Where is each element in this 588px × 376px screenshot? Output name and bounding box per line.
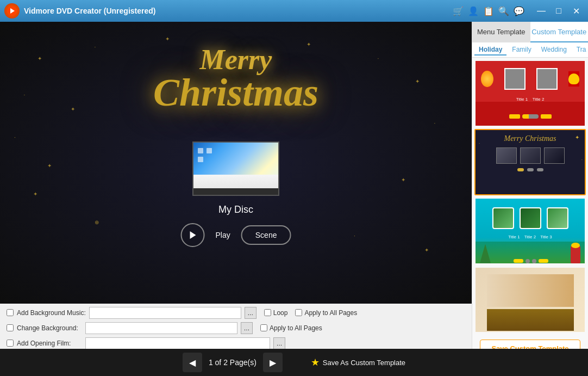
loop-label: Loop — [273, 309, 288, 317]
loop-checkbox[interactable] — [264, 309, 271, 316]
prev-page-button[interactable]: ◀ — [183, 353, 202, 372]
star-decoration: ✦ — [401, 177, 405, 183]
play-label: Play — [216, 231, 230, 239]
window-controls: — □ ✕ — [534, 5, 584, 17]
minimize-button[interactable]: — — [534, 5, 549, 17]
cat-wedding[interactable]: Wedding — [537, 45, 571, 56]
star-decoration: ✦ — [47, 163, 52, 169]
star-decoration: ✦ — [165, 36, 170, 42]
bg-music-label: Add Background Music: — [17, 309, 86, 317]
apply-all-bg-label: Apply to All Pages — [270, 324, 322, 332]
cat-holiday[interactable]: Holiday — [474, 45, 506, 56]
opening-film-row: Add Opening Film: … — [7, 337, 465, 349]
apply-all-1-group: Apply to All Pages — [295, 309, 357, 317]
star-decoration: · — [14, 134, 16, 140]
cat-travel[interactable]: Tra — [572, 45, 588, 56]
app-title: Vidmore DVD Creator (Unregistered) — [24, 7, 452, 15]
template-tabs: Menu Template Custom Template — [472, 22, 588, 42]
title-bar: Vidmore DVD Creator (Unregistered) 🛒 👤 📋… — [0, 0, 588, 22]
file-icon[interactable]: 📋 — [483, 5, 495, 17]
scene-button[interactable]: Scene — [241, 225, 291, 245]
opening-film-checkbox[interactable] — [7, 340, 14, 347]
disc-title: My Disc — [218, 204, 253, 215]
tab-custom-template[interactable]: Custom Template — [530, 22, 589, 42]
user-icon[interactable]: 👤 — [467, 5, 479, 17]
template-item-teal-christmas[interactable]: Title 1 Title 2 Title 3 — [474, 198, 586, 264]
bg-music-input[interactable] — [89, 307, 241, 319]
loop-group: Loop — [264, 309, 288, 317]
star-icon: ★ — [311, 356, 320, 368]
apply-all-2-group: Apply to All Pages — [260, 324, 322, 332]
star-decoration: ✦ — [37, 56, 42, 61]
star-decoration: ⊕ — [95, 219, 99, 225]
opening-film-browse-button[interactable]: … — [273, 337, 285, 349]
bg-music-browse-button[interactable]: … — [245, 307, 257, 319]
apply-all-bg-checkbox[interactable] — [260, 324, 267, 331]
opening-film-label: Add Opening Film: — [17, 340, 82, 347]
save-template-label: Save As Custom Template — [323, 359, 405, 367]
opening-film-input[interactable] — [85, 337, 270, 349]
template-item-red-christmas[interactable]: Title 1 Title 2 — [474, 60, 586, 127]
play-button[interactable] — [181, 223, 205, 247]
toolbar-icons: 🛒 👤 📋 🔍 💬 — [452, 5, 525, 17]
left-panel: ✦ · ✦ · ✦ · · ✦ ✦ · ✦ · ✦ ✦ ⊕ · ✦ Merry … — [0, 22, 472, 376]
apply-all-music-checkbox[interactable] — [295, 309, 302, 316]
category-tabs: Holiday Family Wedding Tra ► — [472, 42, 588, 58]
next-page-button[interactable]: ▶ — [263, 353, 283, 372]
star-decoration: · — [377, 56, 379, 61]
change-bg-row: Change Background: … Apply to All Pages — [7, 322, 465, 334]
apply-all-music-label: Apply to All Pages — [304, 309, 357, 317]
template-item-christmas-night[interactable]: Merry Christmas ✦ · · — [474, 129, 586, 196]
disc-thumbnail[interactable] — [192, 141, 279, 196]
star-decoration: · — [434, 120, 436, 126]
template-grid: Title 1 Title 2 — [472, 58, 588, 335]
save-as-custom-template-button[interactable]: ★ Save As Custom Template — [311, 356, 405, 368]
chat-icon[interactable]: 💬 — [513, 5, 525, 17]
star-decoration: ✦ — [33, 191, 37, 197]
star-decoration: · — [23, 92, 25, 98]
preview-canvas: ✦ · ✦ · ✦ · · ✦ ✦ · ✦ · ✦ ✦ ⊕ · ✦ Merry … — [0, 22, 472, 304]
svg-marker-2 — [190, 231, 196, 239]
tab-menu-template[interactable]: Menu Template — [472, 22, 530, 42]
christmas-text: Christmas — [153, 70, 318, 115]
maximize-button[interactable]: □ — [551, 5, 566, 17]
right-panel: Menu Template Custom Template Holiday Fa… — [472, 22, 588, 376]
star-decoration: ✦ — [71, 106, 75, 112]
bg-music-row: Add Background Music: … Loop Apply to Al… — [7, 307, 465, 319]
star-decoration: ✦ — [415, 78, 420, 84]
preview-nav-bar: ◀ 1 of 2 Page(s) ▶ ★ Save As Custom Temp… — [0, 349, 588, 376]
app-logo — [4, 3, 20, 19]
template-item-4[interactable] — [474, 267, 586, 334]
settings-panel: Add Background Music: … Loop Apply to Al… — [0, 304, 472, 353]
christmas-heading: Merry Christmas — [153, 44, 318, 115]
change-bg-label: Change Background: — [17, 324, 82, 332]
main-container: ✦ · ✦ · ✦ · · ✦ ✦ · ✦ · ✦ ✦ ⊕ · ✦ Merry … — [0, 22, 588, 376]
search-icon[interactable]: 🔍 — [498, 5, 510, 17]
cart-icon[interactable]: 🛒 — [452, 5, 464, 17]
change-bg-input[interactable] — [85, 322, 237, 334]
cat-family[interactable]: Family — [508, 45, 535, 56]
bg-music-checkbox[interactable] — [7, 309, 14, 316]
close-button[interactable]: ✕ — [568, 5, 584, 17]
star-decoration: ✦ — [424, 247, 429, 253]
change-bg-checkbox[interactable] — [7, 324, 14, 331]
page-indicator: 1 of 2 Page(s) — [209, 358, 257, 367]
playback-controls: Play Scene — [181, 223, 291, 247]
star-decoration: · — [354, 233, 355, 239]
star-decoration: · — [95, 44, 96, 50]
change-bg-browse-button[interactable]: … — [241, 322, 253, 334]
